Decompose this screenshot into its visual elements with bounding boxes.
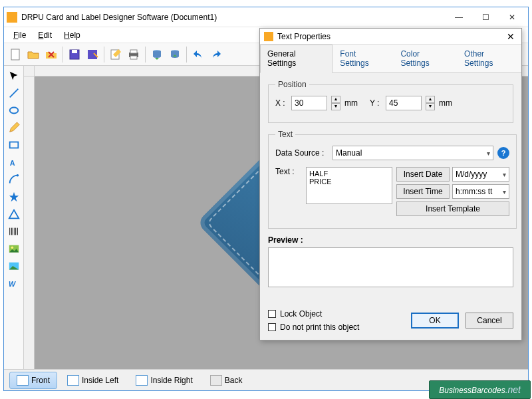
svg-text:W: W	[8, 280, 15, 288]
edit-icon[interactable]	[107, 46, 124, 63]
dialog-tabs: General Settings Font Settings Color Set…	[260, 45, 521, 73]
tab-color-settings[interactable]: Color Settings	[393, 45, 457, 72]
svg-rect-12	[9, 142, 18, 148]
pencil-icon[interactable]	[7, 120, 21, 135]
db-import-icon[interactable]	[166, 46, 184, 63]
x-label: X :	[275, 98, 287, 108]
ruler-corner	[24, 66, 35, 76]
left-toolbox: A W	[4, 66, 24, 369]
preview-section: Preview :	[268, 235, 513, 287]
tab-back[interactable]: Back	[203, 372, 250, 389]
star-icon[interactable]	[7, 190, 21, 204]
dialog-title: Text Properties	[277, 32, 331, 41]
tab-front[interactable]: Front	[9, 372, 57, 389]
new-icon[interactable]	[7, 46, 24, 63]
watermark: BusinessBarcodes.net	[429, 380, 531, 399]
save-icon[interactable]	[66, 46, 83, 63]
y-spinner[interactable]: ▲▼	[426, 96, 435, 110]
svg-rect-2	[72, 50, 77, 53]
picture-icon[interactable]	[7, 259, 21, 273]
y-label: Y :	[370, 98, 382, 108]
redo-icon[interactable]	[207, 46, 225, 63]
dialog-titlebar: Text Properties ✕	[260, 29, 521, 45]
data-source-label: Data Source :	[275, 148, 329, 158]
cancel-button[interactable]: Cancel	[466, 313, 513, 329]
x-spinner[interactable]: ▲▼	[331, 96, 340, 110]
text-properties-dialog: Text Properties ✕ General Settings Font …	[259, 28, 522, 340]
preview-label: Preview :	[268, 235, 513, 245]
svg-text:A: A	[9, 159, 15, 167]
line-icon[interactable]	[7, 86, 21, 100]
help-icon[interactable]: ?	[497, 147, 509, 159]
menu-help[interactable]: Help	[59, 29, 86, 41]
lock-object-checkbox[interactable]: Lock Object	[268, 309, 359, 319]
insert-date-button[interactable]: Insert Date	[396, 167, 450, 182]
window-title: DRPU Card and Label Designer Software (D…	[21, 13, 446, 22]
text-icon[interactable]: A	[7, 155, 21, 170]
undo-icon[interactable]	[190, 46, 207, 63]
svg-point-11	[9, 108, 18, 114]
select-icon[interactable]	[7, 68, 21, 83]
save-as-icon[interactable]	[84, 46, 101, 63]
wordart-icon[interactable]: W	[7, 276, 21, 291]
x-input[interactable]	[291, 96, 327, 110]
ellipse-icon[interactable]	[7, 103, 21, 118]
menu-edit[interactable]: Edit	[33, 29, 57, 41]
svg-rect-6	[130, 50, 137, 53]
tab-other-settings[interactable]: Other Settings	[457, 45, 521, 72]
svg-point-16	[11, 246, 13, 249]
app-icon	[7, 12, 17, 23]
tab-inside-right[interactable]: Inside Right	[128, 372, 200, 389]
preview-box	[268, 247, 513, 287]
barcode-icon[interactable]	[7, 224, 21, 239]
text-group: Text Data Source : Manual ? Text : HALF …	[268, 130, 517, 229]
text-label: Text :	[275, 167, 302, 176]
dialog-icon	[264, 32, 273, 41]
menu-file[interactable]: File	[8, 29, 31, 41]
insert-time-button[interactable]: Insert Time	[396, 184, 450, 199]
svg-point-14	[16, 174, 19, 177]
time-format-combo[interactable]: h:mm:ss tt	[452, 184, 509, 199]
svg-rect-7	[130, 56, 137, 59]
dialog-close-button[interactable]: ✕	[504, 31, 517, 42]
vertical-ruler	[24, 76, 35, 369]
close-doc-icon[interactable]	[43, 46, 60, 63]
titlebar: DRPU Card and Label Designer Software (D…	[4, 7, 528, 27]
triangle-icon[interactable]	[7, 207, 21, 221]
tab-inside-left[interactable]: Inside Left	[60, 372, 126, 389]
rectangle-icon[interactable]	[7, 138, 21, 152]
date-format-combo[interactable]: M/d/yyyy	[452, 167, 509, 182]
close-button[interactable]: ✕	[499, 8, 525, 27]
dialog-footer: Lock Object Do not print this object OK …	[260, 304, 521, 340]
position-group: Position X : ▲▼ mm Y : ▲▼ mm	[268, 80, 513, 123]
arc-icon[interactable]	[7, 172, 21, 187]
y-input[interactable]	[386, 96, 422, 110]
ok-button[interactable]: OK	[411, 313, 459, 329]
image-icon[interactable]	[7, 241, 21, 256]
tab-general-settings[interactable]: General Settings	[260, 45, 332, 73]
print-icon[interactable]	[125, 46, 142, 63]
do-not-print-checkbox[interactable]: Do not print this object	[268, 323, 359, 332]
db-export-icon[interactable]	[148, 46, 166, 63]
svg-rect-0	[11, 49, 19, 60]
data-source-combo[interactable]: Manual	[332, 146, 493, 160]
open-icon[interactable]	[25, 46, 42, 63]
insert-template-button[interactable]: Insert Template	[396, 201, 509, 216]
text-input[interactable]: HALF PRICE	[306, 167, 392, 204]
tab-font-settings[interactable]: Font Settings	[332, 45, 393, 72]
minimize-button[interactable]: —	[446, 8, 472, 27]
maximize-button[interactable]: ☐	[472, 8, 499, 27]
